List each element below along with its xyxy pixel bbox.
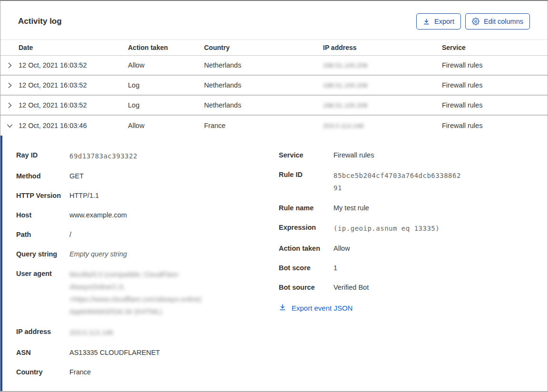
detail-field: IP address 203.0.113.148 <box>16 326 279 339</box>
chevron-right-icon <box>6 102 13 109</box>
detail-field-label: HTTP Version <box>16 190 69 201</box>
detail-field: User agent Mozilla/5.0 (compatible; Clou… <box>16 268 279 318</box>
detail-field-label: IP address <box>16 326 69 339</box>
table-row[interactable]: 12 Oct, 2021 16:03:46 Allow France 203.0… <box>0 116 548 136</box>
table-header-row: Date Action taken Country IP address Ser… <box>0 39 548 56</box>
cell-date: 12 Oct, 2021 16:03:46 <box>19 122 128 129</box>
detail-left-column: Ray ID 69d13783ac393322 Method GET HTTP … <box>16 150 279 386</box>
table-row[interactable]: 12 Oct, 2021 16:03:52 Allow Netherlands … <box>0 56 548 76</box>
detail-field: Path / <box>16 229 279 240</box>
detail-field-value: Firewall rules <box>333 150 463 161</box>
detail-field: ASN AS13335 CLOUDFLARENET <box>16 347 279 358</box>
detail-field-value: AS13335 CLOUDFLARENET <box>69 347 208 358</box>
detail-field-label: Bot score <box>279 263 333 274</box>
column-header-date: Date <box>19 44 128 51</box>
activity-table: Date Action taken Country IP address Ser… <box>0 39 548 136</box>
download-icon <box>423 18 430 25</box>
edit-columns-button-label: Edit columns <box>484 18 523 25</box>
detail-field: HTTP Version HTTP/1.1 <box>16 190 279 201</box>
page-title: Activity log <box>18 17 62 26</box>
detail-field: Method GET <box>16 171 279 182</box>
detail-field: Bot source Verified Bot <box>279 282 538 293</box>
export-button[interactable]: Export <box>416 13 461 29</box>
detail-field: Host www.example.com <box>16 210 279 221</box>
detail-field-label: Ray ID <box>16 150 69 162</box>
detail-field: Rule ID 85bce5b204cf4703a764dcb633886291 <box>279 169 538 194</box>
detail-field-value: My test rule <box>333 203 463 214</box>
cell-date: 12 Oct, 2021 16:03:52 <box>19 61 128 69</box>
detail-field-label: Bot source <box>279 282 333 293</box>
cell-ip-address: 203.0.113.148 <box>323 122 442 129</box>
cell-country: Netherlands <box>204 81 323 89</box>
table-row[interactable]: 12 Oct, 2021 16:03:52 Log Netherlands 19… <box>0 96 548 116</box>
column-header-ip-address: IP address <box>323 44 442 51</box>
cell-service: Firewall rules <box>442 101 548 109</box>
cell-ip-address: 198.51.100.206 <box>323 82 442 89</box>
detail-field-label: Country <box>16 367 69 378</box>
export-event-json-label: Export event JSON <box>292 304 352 312</box>
cell-service: Firewall rules <box>442 122 548 129</box>
detail-field-label: Host <box>16 210 69 221</box>
detail-field-value: 203.0.113.148 <box>69 326 208 339</box>
activity-log-page: Activity log Export Edit columns Date Ac… <box>0 0 548 392</box>
cell-ip-address: 198.51.100.206 <box>323 102 442 109</box>
detail-field: Expression (ip.geoip.asnum eq 13335) <box>279 222 538 235</box>
table-body: 12 Oct, 2021 16:03:52 Allow Netherlands … <box>0 56 548 136</box>
detail-field-label: User agent <box>16 268 69 318</box>
detail-field: Bot score 1 <box>279 263 538 274</box>
export-button-label: Export <box>434 18 454 25</box>
detail-field-value: 1 <box>333 263 463 274</box>
detail-field: Service Firewall rules <box>279 150 538 161</box>
detail-field-label: Expression <box>279 222 333 235</box>
detail-field-label: Rule ID <box>279 169 333 194</box>
detail-field-value: / <box>69 229 208 240</box>
detail-field: Country France <box>16 367 279 378</box>
detail-field-value: HTTP/1.1 <box>69 190 208 201</box>
gear-icon <box>472 18 480 25</box>
chevron-right-icon <box>6 62 13 69</box>
cell-date: 12 Oct, 2021 16:03:52 <box>19 101 128 109</box>
cell-action-taken: Allow <box>128 61 204 69</box>
detail-right-column: Service Firewall rules Rule ID 85bce5b20… <box>279 150 538 313</box>
detail-field-label: Method <box>16 171 69 182</box>
detail-field-label: Path <box>16 229 69 240</box>
detail-field: Rule name My test rule <box>279 203 538 214</box>
detail-field-label: ASN <box>16 347 69 358</box>
cell-action-taken: Log <box>128 81 204 89</box>
export-event-json-link[interactable]: Export event JSON <box>279 304 352 313</box>
cell-country: France <box>204 122 323 129</box>
detail-field-label: Rule name <box>279 203 333 214</box>
detail-field: Action taken Allow <box>279 243 538 254</box>
column-header-service: Service <box>442 44 548 51</box>
cell-country: Netherlands <box>204 61 323 69</box>
detail-field-label: Service <box>279 150 333 161</box>
cell-service: Firewall rules <box>442 81 548 89</box>
chevron-down-icon <box>6 122 13 129</box>
download-icon <box>279 304 286 313</box>
edit-columns-button[interactable]: Edit columns <box>465 13 530 29</box>
table-row[interactable]: 12 Oct, 2021 16:03:52 Log Netherlands 19… <box>0 76 548 96</box>
cell-country: Netherlands <box>204 101 323 109</box>
column-header-action-taken: Action taken <box>128 44 204 51</box>
topbar: Activity log Export Edit columns <box>0 1 548 39</box>
cell-service: Firewall rules <box>442 61 548 69</box>
detail-field-value: Empty query string <box>69 249 208 260</box>
detail-field-label: Action taken <box>279 243 333 254</box>
cell-action-taken: Log <box>128 101 204 109</box>
detail-field: Query string Empty query string <box>16 249 279 260</box>
detail-field-label: Query string <box>16 249 69 260</box>
detail-field-value: 85bce5b204cf4703a764dcb633886291 <box>333 169 463 194</box>
event-detail-panel: Ray ID 69d13783ac393322 Method GET HTTP … <box>0 136 548 391</box>
cell-ip-address: 198.51.100.206 <box>323 62 442 69</box>
detail-field-value: (ip.geoip.asnum eq 13335) <box>333 222 463 235</box>
column-header-country: Country <box>204 44 323 51</box>
detail-field-value: 69d13783ac393322 <box>69 150 208 162</box>
detail-field-value: GET <box>69 171 208 182</box>
detail-field: Ray ID 69d13783ac393322 <box>16 150 279 162</box>
detail-field-value: Allow <box>333 243 463 254</box>
cell-action-taken: Allow <box>128 122 204 129</box>
cell-date: 12 Oct, 2021 16:03:52 <box>19 81 128 89</box>
toolbar-actions: Export Edit columns <box>416 13 530 29</box>
chevron-right-icon <box>6 82 13 89</box>
detail-field-value: Mozilla/5.0 (compatible; CloudFlare-Alwa… <box>69 268 208 318</box>
